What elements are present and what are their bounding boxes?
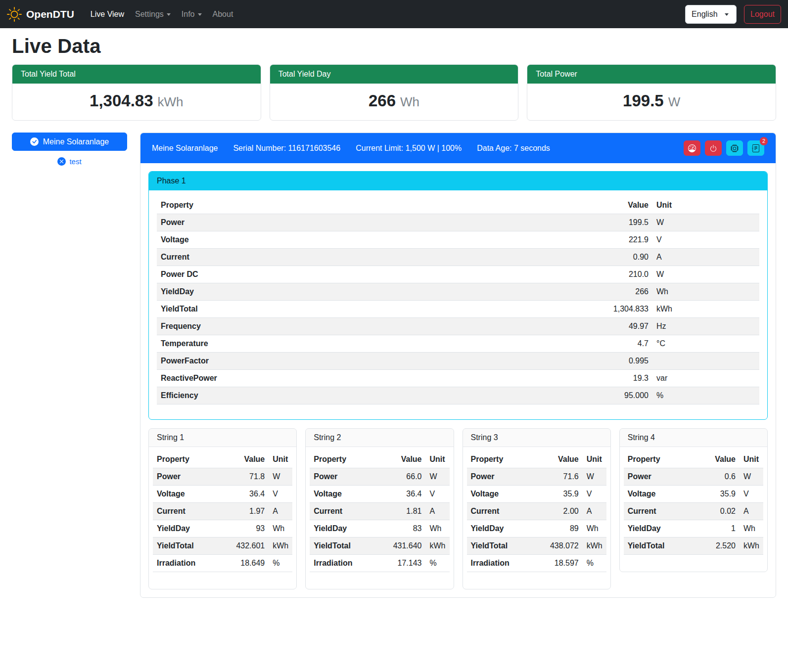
property-cell: Power DC <box>157 266 453 283</box>
property-cell: Power <box>157 214 453 231</box>
property-cell: Current <box>310 503 374 520</box>
limit-settings-button[interactable] <box>684 140 700 156</box>
main-content: Live Data Total Yield Total 1,304.83kWh … <box>0 35 788 612</box>
value-cell: 71.8 <box>218 468 269 486</box>
table-row: Voltage35.9V <box>467 486 606 503</box>
event-log-button[interactable]: 2 <box>747 140 764 156</box>
unit-cell: var <box>652 370 759 387</box>
power-button[interactable] <box>705 140 722 156</box>
unit-cell: A <box>740 503 763 520</box>
table-row: YieldDay83Wh <box>310 520 449 538</box>
value-cell: 66.0 <box>375 468 426 486</box>
property-cell: ReactivePower <box>157 370 453 387</box>
property-cell: Voltage <box>153 486 218 503</box>
language-select[interactable]: English <box>685 5 737 24</box>
strings-grid: String 1 Property Value Unit <box>148 428 768 589</box>
property-cell: YieldTotal <box>310 538 374 555</box>
nav-about[interactable]: About <box>207 6 239 23</box>
unit-cell: % <box>652 387 759 404</box>
journal-icon <box>752 144 760 152</box>
top-navbar: OpenDTU Live View Settings Info About En… <box>0 0 788 28</box>
property-cell: YieldTotal <box>467 538 532 555</box>
unit-cell: A <box>269 503 292 520</box>
inverter-item-test-label: test <box>69 157 81 166</box>
string-table-head: Property Value Unit <box>310 451 449 468</box>
value-cell: 1,304.833 <box>453 301 652 318</box>
string-table: Property Value Unit Power71.8WVoltage36.… <box>153 451 292 572</box>
unit-cell: kWh <box>652 301 759 318</box>
sun-icon <box>7 7 22 22</box>
table-row: Power DC210.0W <box>157 266 759 283</box>
device-info-button[interactable] <box>726 140 743 156</box>
nav-info[interactable]: Info <box>176 6 207 23</box>
value-cell: 89 <box>532 520 583 538</box>
value-cell: 95.000 <box>453 387 652 404</box>
nav-live-view[interactable]: Live View <box>85 6 130 23</box>
table-row: Current0.90A <box>157 249 759 266</box>
table-row: Voltage35.9V <box>624 486 763 503</box>
property-cell: Voltage <box>310 486 374 503</box>
unit-cell: V <box>583 486 606 503</box>
phase-panel-body: Property Value Unit Power199.5WVoltage22… <box>149 190 767 419</box>
summary-card-header: Total Yield Day <box>270 65 518 84</box>
table-row: YieldTotal431.640kWh <box>310 538 449 555</box>
nav-settings[interactable]: Settings <box>130 6 176 23</box>
table-row: Current0.02A <box>624 503 763 520</box>
inverter-select-button[interactable]: Meine Solaranlage <box>12 133 127 151</box>
table-row: Frequency49.97Hz <box>157 318 759 335</box>
value-cell: 71.6 <box>532 468 583 486</box>
event-count-badge: 2 <box>760 137 768 145</box>
table-header-row: Property Value Unit <box>467 451 606 468</box>
unit-cell: W <box>652 266 759 283</box>
string-card-body: Property Value Unit Power66.0WVoltage36.… <box>306 447 453 589</box>
chevron-down-icon <box>198 13 202 16</box>
brand-label: OpenDTU <box>26 8 74 20</box>
unit-cell: A <box>652 249 759 266</box>
inverter-actions: 2 <box>684 140 764 156</box>
property-cell: Irradiation <box>310 555 374 572</box>
summary-card-yield-day: Total Yield Day 266Wh <box>270 64 519 121</box>
unit-cell: Wh <box>583 520 606 538</box>
table-row: YieldTotal438.072kWh <box>467 538 606 555</box>
summary-unit: kWh <box>158 94 184 109</box>
string-card-header: String 4 <box>620 429 767 447</box>
table-row: Irradiation18.597% <box>467 555 606 572</box>
string-card-header: String 1 <box>149 429 296 447</box>
unit-cell <box>652 353 759 370</box>
chevron-down-icon <box>725 13 729 16</box>
brand[interactable]: OpenDTU <box>7 7 74 22</box>
unit-cell: W <box>652 214 759 231</box>
unit-cell: Hz <box>652 318 759 335</box>
string-table-head: Property Value Unit <box>467 451 606 468</box>
string-table: Property Value Unit Power66.0WVoltage36.… <box>310 451 449 572</box>
inverter-serial: Serial Number: 116171603546 <box>233 144 340 153</box>
chevron-down-icon <box>167 13 171 16</box>
col-property: Property <box>467 451 532 468</box>
value-cell: 83 <box>375 520 426 538</box>
property-cell: Frequency <box>157 318 453 335</box>
value-cell: 36.4 <box>375 486 426 503</box>
value-cell: 49.97 <box>453 318 652 335</box>
string-card-3: String 3 Property Value Unit <box>463 428 611 589</box>
unit-cell: A <box>426 503 450 520</box>
col-property: Property <box>310 451 374 468</box>
property-cell: Current <box>467 503 532 520</box>
value-cell: 1.81 <box>375 503 426 520</box>
unit-cell: kWh <box>426 538 450 555</box>
table-row: Current1.81A <box>310 503 449 520</box>
unit-cell: V <box>740 486 763 503</box>
string-table-body: Power71.8WVoltage36.4VCurrent1.97AYieldD… <box>153 468 292 572</box>
inverter-item-test[interactable]: test <box>12 157 127 166</box>
inverter-sidebar: Meine Solaranlage test <box>12 133 127 166</box>
property-cell: YieldTotal <box>153 538 218 555</box>
col-unit: Unit <box>583 451 606 468</box>
col-value: Value <box>375 451 426 468</box>
logout-button[interactable]: Logout <box>744 5 781 24</box>
value-cell: 0.995 <box>453 353 652 370</box>
summary-card-header: Total Yield Total <box>12 65 261 84</box>
summary-value: 199.5 <box>623 91 664 110</box>
col-property: Property <box>624 451 695 468</box>
string-card-body: Property Value Unit Power71.8WVoltage36.… <box>149 447 296 589</box>
string-card-1: String 1 Property Value Unit <box>148 428 297 589</box>
table-row: ReactivePower19.3var <box>157 370 759 387</box>
